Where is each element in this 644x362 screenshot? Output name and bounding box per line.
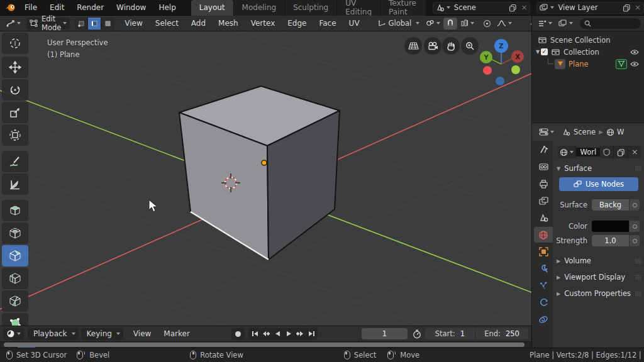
tool-poly-build[interactable] <box>2 313 28 326</box>
collection-checkbox[interactable]: ✓ <box>541 48 548 55</box>
color-swatch[interactable] <box>592 221 629 232</box>
surface-panel-header[interactable]: ▼ Surface ⣿⣿ <box>553 162 644 175</box>
timeline-editor-type-button[interactable] <box>3 328 24 340</box>
tab-world[interactable] <box>534 227 553 243</box>
tab-modifiers[interactable] <box>534 261 553 277</box>
tab-tool[interactable] <box>534 142 553 158</box>
falloff-button[interactable] <box>494 18 515 30</box>
menu-vertex[interactable]: Vertex <box>245 19 282 28</box>
gizmo-x-neg[interactable] <box>483 66 492 75</box>
world-browse-button[interactable] <box>558 146 576 158</box>
use-nodes-button[interactable]: Use Nodes <box>559 177 638 191</box>
disclosure-triangle-icon[interactable]: ▼ <box>532 49 541 55</box>
tab-view-layer[interactable] <box>534 193 553 209</box>
tab-physics[interactable] <box>534 295 553 310</box>
edit-mode-badge-icon[interactable] <box>616 59 627 69</box>
unlink-button[interactable]: × <box>628 146 641 158</box>
panel-drag-dots[interactable]: ⣿⣿ <box>635 258 641 264</box>
new-copy-icon[interactable] <box>623 4 631 12</box>
previous-keyframe-button[interactable] <box>260 329 272 339</box>
jump-to-end-button[interactable] <box>306 329 317 339</box>
snap-toggle-button[interactable] <box>443 18 457 30</box>
menu-view[interactable]: View <box>118 19 148 28</box>
stopwatch-icon[interactable] <box>413 329 421 339</box>
outliner-row-scene-collection[interactable]: Scene Collection <box>532 34 644 46</box>
auto-keying-button[interactable] <box>231 328 245 340</box>
unlink-icon[interactable]: × <box>635 3 641 12</box>
keying-menu[interactable]: Keying <box>81 328 123 340</box>
gizmo-y-neg[interactable] <box>511 65 520 74</box>
outliner-filter-button[interactable] <box>535 18 555 30</box>
timeline-scrollbar[interactable] <box>4 343 525 347</box>
playback-menu[interactable]: Playback <box>28 328 79 340</box>
scene-selector[interactable]: Scene × <box>433 2 531 14</box>
eye-icon[interactable] <box>630 61 639 67</box>
panel-drag-dots[interactable]: ⣿⣿ <box>635 275 641 280</box>
tab-output[interactable] <box>534 176 553 192</box>
menu-mesh[interactable]: Mesh <box>212 19 245 28</box>
panel-drag-dots[interactable]: ⣿⣿ <box>635 166 641 172</box>
breadcrumb-world[interactable]: W <box>617 128 624 136</box>
active-vertex[interactable] <box>262 160 267 165</box>
pivot-point-button[interactable] <box>423 18 443 30</box>
menu-render[interactable]: Render <box>70 3 110 12</box>
workspace-tab-uv-editing[interactable]: UV Editing <box>337 0 380 16</box>
timeline-track[interactable] <box>0 341 531 348</box>
pan-view-button[interactable] <box>442 37 460 55</box>
blender-logo-icon[interactable] <box>5 3 16 12</box>
new-copy-icon[interactable] <box>509 4 517 12</box>
tool-transform[interactable] <box>2 124 28 146</box>
eye-icon[interactable] <box>630 49 639 55</box>
snap-settings-button[interactable] <box>457 18 477 30</box>
animate-decorator[interactable] <box>629 221 640 232</box>
tab-object[interactable] <box>534 244 553 260</box>
face-select-button[interactable] <box>101 18 114 30</box>
tool-move[interactable] <box>2 57 28 78</box>
menu-select[interactable]: Select <box>149 19 185 28</box>
gizmo-z-neg[interactable] <box>496 77 504 85</box>
workspace-tab-layout[interactable]: Layout <box>191 0 234 16</box>
world-name-field[interactable]: Worl <box>576 148 600 156</box>
menu-help[interactable]: Help <box>152 3 182 12</box>
workspace-tab-sculpting[interactable]: Sculpting <box>285 0 337 16</box>
play-button[interactable] <box>283 329 294 339</box>
tool-inset-faces[interactable] <box>2 222 28 244</box>
outliner-display-mode-button[interactable] <box>555 18 576 30</box>
menu-uv[interactable]: UV <box>343 19 366 28</box>
panel-drag-dots[interactable]: ⣿⣿ <box>635 291 641 297</box>
orientation-selector[interactable]: Global <box>375 18 423 30</box>
animate-decorator[interactable] <box>629 199 640 211</box>
proportional-edit-button[interactable] <box>480 18 494 30</box>
unlink-icon[interactable]: × <box>521 3 527 12</box>
tab-scene[interactable] <box>534 210 553 226</box>
menu-file[interactable]: File <box>18 3 43 12</box>
outliner-row-plane[interactable]: Plane <box>532 58 644 70</box>
current-frame-field[interactable]: 1 <box>362 328 408 339</box>
animate-decorator[interactable] <box>629 235 640 246</box>
timeline-view-menu[interactable]: View <box>127 329 157 338</box>
gizmo-x-axis[interactable]: X <box>511 50 524 63</box>
gizmo-y-axis[interactable]: Y <box>480 51 492 63</box>
volume-panel-header[interactable]: ▶ Volume ⣿⣿ <box>553 255 644 267</box>
navigation-gizmo[interactable]: Z Y X <box>476 36 526 87</box>
cube-mesh[interactable] <box>179 86 340 260</box>
menu-face[interactable]: Face <box>313 19 342 28</box>
frame-end-field[interactable]: End: 250 <box>475 328 528 339</box>
view-layer-selector[interactable]: View Layer × <box>536 2 644 14</box>
outliner-row-collection[interactable]: ▼ ✓ Collection <box>532 46 644 58</box>
outliner-search-input[interactable] <box>580 18 641 29</box>
timeline-marker-menu[interactable]: Marker <box>157 329 196 338</box>
strength-slider[interactable]: 1.0 <box>592 235 629 246</box>
next-keyframe-button[interactable] <box>294 329 306 339</box>
tool-bevel[interactable] <box>2 245 28 266</box>
tool-annotate[interactable] <box>2 151 28 172</box>
custom-properties-panel-header[interactable]: ▶ Custom Properties ⣿⣿ <box>553 287 644 300</box>
tab-constraints[interactable] <box>534 312 553 327</box>
viewport-3d[interactable]: User Perspective (1) Plane Z Y X <box>0 31 531 326</box>
play-reverse-button[interactable] <box>272 329 283 339</box>
editor-type-button[interactable] <box>3 18 24 30</box>
new-copy-icon[interactable] <box>614 146 629 158</box>
tool-loop-cut[interactable] <box>2 268 28 289</box>
menu-add[interactable]: Add <box>185 19 212 28</box>
frame-start-field[interactable]: Start: 1 <box>425 328 475 339</box>
